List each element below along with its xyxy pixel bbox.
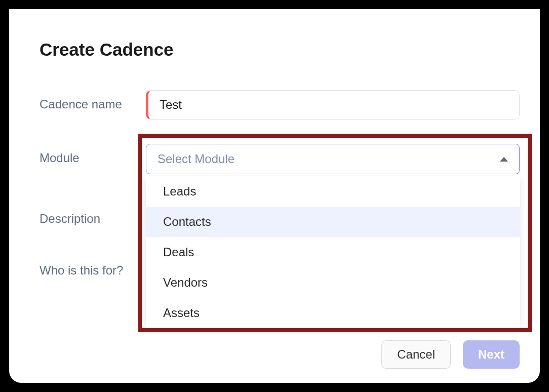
- cadence-name-row: Cadence name: [40, 90, 520, 120]
- module-select[interactable]: Select Module: [146, 144, 520, 174]
- modal-footer: Cancel Next: [381, 340, 520, 369]
- cancel-button[interactable]: Cancel: [381, 340, 451, 369]
- modal-title: Create Cadence: [40, 40, 520, 60]
- cadence-name-label: Cadence name: [40, 90, 146, 111]
- create-cadence-modal: Create Cadence Cadence name Module Selec…: [9, 9, 540, 383]
- module-select-placeholder: Select Module: [158, 152, 234, 166]
- module-label: Module: [40, 144, 146, 165]
- module-option[interactable]: Vendors: [146, 267, 520, 298]
- cadence-name-field-wrapper: [146, 90, 520, 120]
- module-option[interactable]: Contacts: [146, 207, 520, 237]
- module-option[interactable]: Assets: [146, 298, 520, 328]
- next-button[interactable]: Next: [463, 340, 520, 369]
- module-row: Module Select Module LeadsContactsDealsV…: [40, 144, 520, 174]
- module-option[interactable]: Deals: [146, 237, 520, 267]
- cadence-name-input[interactable]: [146, 90, 520, 120]
- module-dropdown: LeadsContactsDealsVendorsAssets: [146, 176, 520, 328]
- module-option[interactable]: Leads: [146, 176, 520, 207]
- description-label: Description: [40, 205, 146, 226]
- module-field-wrapper: Select Module LeadsContactsDealsVendorsA…: [146, 144, 520, 174]
- chevron-up-icon: [500, 157, 508, 162]
